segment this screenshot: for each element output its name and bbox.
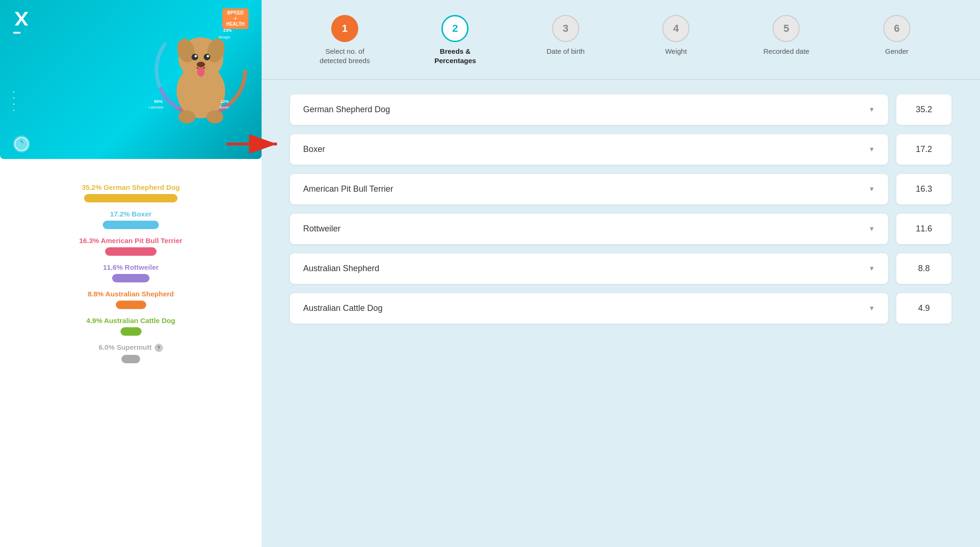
breed-bar-label: 11.6% Rottweiler [103, 263, 158, 271]
breed-bar-item: 11.6% Rottweiler [19, 263, 243, 282]
breed-select-4[interactable]: Rottweiler▼ [290, 213, 888, 245]
breed-bar-track [84, 194, 178, 202]
breed-name-1: German Shepherd Dog [303, 105, 390, 115]
breed-percentage-1: 35.2 [896, 94, 952, 125]
breed-bar-track [121, 355, 140, 363]
breed-bar-track [121, 327, 142, 336]
breed-select-5[interactable]: Australian Shepherd▼ [290, 253, 888, 284]
svg-point-23 [15, 137, 28, 151]
breed-row-2: Boxer▼17.2 [290, 134, 952, 165]
svg-point-13 [197, 62, 205, 67]
svg-point-12 [207, 55, 209, 58]
breed-row-5: Australian Shepherd▼8.8 [290, 253, 952, 284]
dog-image: 23% Beagle 65% Labrador 12% Boxer [145, 9, 257, 140]
breed-row-6: Australian Cattle Dog▼4.9 [290, 293, 952, 324]
breed-percentage-4: 11.6 [896, 213, 952, 245]
breed-row-1: German Shepherd Dog▼35.2 [290, 94, 952, 125]
svg-point-16 [206, 110, 223, 123]
breed-percentage-2: 17.2 [896, 134, 952, 165]
breed-select-6[interactable]: Australian Cattle Dog▼ [290, 293, 888, 324]
svg-text:Beagle: Beagle [219, 35, 230, 39]
step-item-6[interactable]: 6Gender [842, 15, 952, 56]
breed-bar-label: 6.0% Supermutt? [99, 343, 163, 352]
step-label-2: Breeds & Percentages [427, 47, 483, 66]
breed-bar-item: 8.8% Australian Shepherd [19, 290, 243, 309]
step-circle-5: 5 [773, 15, 800, 42]
breed-percentage-6: 4.9 [896, 293, 952, 324]
breed-row-4: Rottweiler▼11.6 [290, 213, 952, 245]
svg-point-9 [192, 54, 198, 60]
embark-logo [13, 10, 33, 27]
breed-select-1[interactable]: German Shepherd Dog▼ [290, 94, 888, 125]
dog-name-label [231, 13, 236, 15]
breed-rows-area: German Shepherd Dog▼35.2Boxer▼17.2Americ… [262, 80, 980, 547]
svg-point-10 [204, 54, 210, 60]
step-circle-4: 4 [662, 15, 689, 42]
svg-point-11 [195, 55, 197, 58]
breed-name-6: Australian Cattle Dog [303, 303, 383, 313]
breed-bar-item: 4.9% Australian Cattle Dog [19, 317, 243, 336]
svg-text:65%: 65% [154, 99, 163, 104]
cornell-logo: 🐾 [13, 136, 30, 152]
breed-percentage-5: 8.8 [896, 253, 952, 284]
svg-text:23%: 23% [223, 28, 232, 33]
breed-name-2: Boxer [303, 144, 325, 154]
product-bullets [13, 90, 14, 114]
breed-name-5: Australian Shepherd [303, 264, 379, 274]
breed-bar-label: 17.2% Boxer [110, 210, 151, 218]
breed-bar-track [116, 301, 146, 309]
step-label-5: Recorded date [763, 47, 809, 56]
bullet-1 [13, 90, 14, 94]
step-item-1[interactable]: 1Select no. of detected breeds [290, 15, 400, 66]
svg-text:12%: 12% [220, 99, 229, 104]
breed-bar-item: 17.2% Boxer [19, 210, 243, 229]
breed-bar-track [112, 274, 149, 282]
step-label-1: Select no. of detected breeds [317, 47, 373, 66]
chevron-down-icon: ▼ [868, 225, 875, 232]
left-panel: BREED+HEALTH [0, 0, 262, 547]
bullet-2 [13, 96, 14, 101]
wizard-steps: 1Select no. of detected breeds2Breeds & … [262, 0, 980, 80]
svg-point-15 [178, 110, 195, 123]
bullet-4 [13, 108, 14, 113]
breed-row-3: American Pit Bull Terrier▼16.3 [290, 173, 952, 205]
breed-bar-item: 6.0% Supermutt? [19, 343, 243, 363]
right-panel: 1Select no. of detected breeds2Breeds & … [262, 0, 980, 547]
chevron-down-icon: ▼ [868, 106, 875, 113]
breed-bar-item: 35.2% German Shepherd Dog [19, 183, 243, 202]
step-label-6: Gender [885, 47, 909, 56]
chevron-down-icon: ▼ [868, 185, 875, 193]
breed-bar-track [103, 221, 159, 229]
svg-text:🐾: 🐾 [20, 140, 24, 144]
breed-percentage-3: 16.3 [896, 173, 952, 205]
breed-bar-label: 4.9% Australian Cattle Dog [86, 317, 175, 324]
breed-name-3: American Pit Bull Terrier [303, 184, 393, 194]
step-label-3: Date of birth [547, 47, 585, 56]
breed-select-3[interactable]: American Pit Bull Terrier▼ [290, 173, 888, 205]
breed-bars: 35.2% German Shepherd Dog17.2% Boxer16.3… [0, 183, 262, 363]
red-arrow [222, 131, 283, 159]
cornell-badge: 🐾 [13, 136, 33, 152]
step-label-4: Weight [665, 47, 687, 56]
bullet-3 [13, 102, 14, 107]
step-item-4[interactable]: 4Weight [621, 15, 731, 56]
step-circle-3: 3 [552, 15, 579, 42]
chevron-down-icon: ▼ [868, 304, 875, 312]
step-item-3[interactable]: 3Date of birth [511, 15, 621, 56]
step-item-5[interactable]: 5Recorded date [731, 15, 841, 56]
breed-bar-track [105, 247, 156, 256]
chevron-down-icon: ▼ [868, 145, 875, 153]
breed-name-4: Rottweiler [303, 224, 341, 234]
vet-badge [13, 32, 21, 34]
svg-text:Labrador: Labrador [149, 105, 163, 109]
svg-text:Boxer: Boxer [220, 105, 229, 109]
step-item-2[interactable]: 2Breeds & Percentages [400, 15, 510, 66]
step-circle-2: 2 [441, 15, 469, 42]
info-icon[interactable]: ? [155, 344, 163, 352]
breed-bar-label: 8.8% Australian Shepherd [88, 290, 174, 298]
chevron-down-icon: ▼ [868, 265, 875, 272]
step-circle-6: 6 [883, 15, 910, 42]
breed-select-2[interactable]: Boxer▼ [290, 134, 888, 165]
breed-bar-label: 35.2% German Shepherd Dog [82, 183, 180, 191]
step-circle-1: 1 [331, 15, 358, 42]
